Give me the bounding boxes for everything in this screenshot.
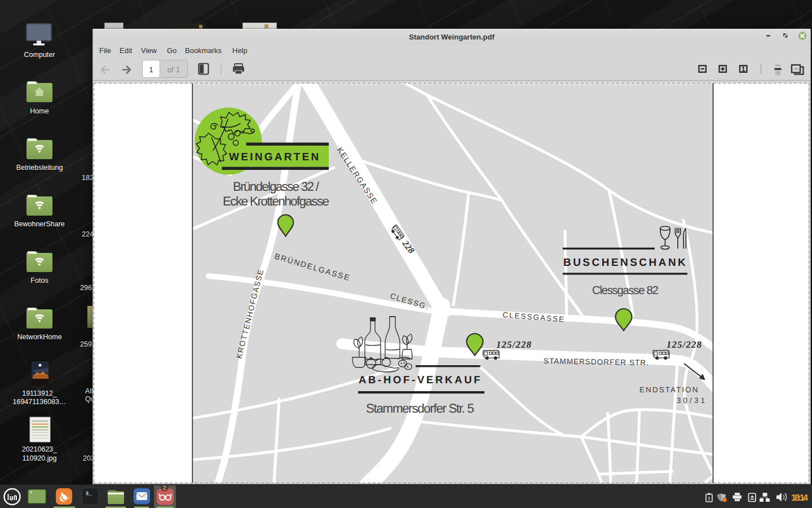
svg-text:Clessgasse 82: Clessgasse 82	[592, 284, 659, 297]
svg-text:2: 2	[162, 485, 166, 492]
svg-text:WEINGARTEN: WEINGARTEN	[229, 151, 321, 163]
svg-text:AB-HOF-VERKAUF: AB-HOF-VERKAUF	[359, 374, 482, 386]
svg-text:30/31: 30/31	[677, 396, 707, 405]
svg-text:of 1: of 1	[167, 65, 180, 74]
svg-text:!: !	[708, 496, 710, 502]
svg-text:$_: $_	[86, 491, 92, 497]
svg-text:1: 1	[149, 65, 153, 74]
svg-text:125/228: 125/228	[667, 339, 702, 350]
svg-text:18:14: 18:14	[791, 493, 808, 503]
svg-text:BUSCHENSCHANK: BUSCHENSCHANK	[563, 257, 687, 269]
svg-text:ENDSTATION: ENDSTATION	[639, 386, 700, 394]
svg-text:125/228: 125/228	[496, 339, 532, 350]
svg-text:Ecke Krottenhofgasse: Ecke Krottenhofgasse	[223, 194, 329, 208]
svg-text:Bründelgasse 32 /: Bründelgasse 32 /	[233, 179, 320, 194]
svg-text:Stammersdorfer Str. 5: Stammersdorfer Str. 5	[366, 401, 474, 415]
